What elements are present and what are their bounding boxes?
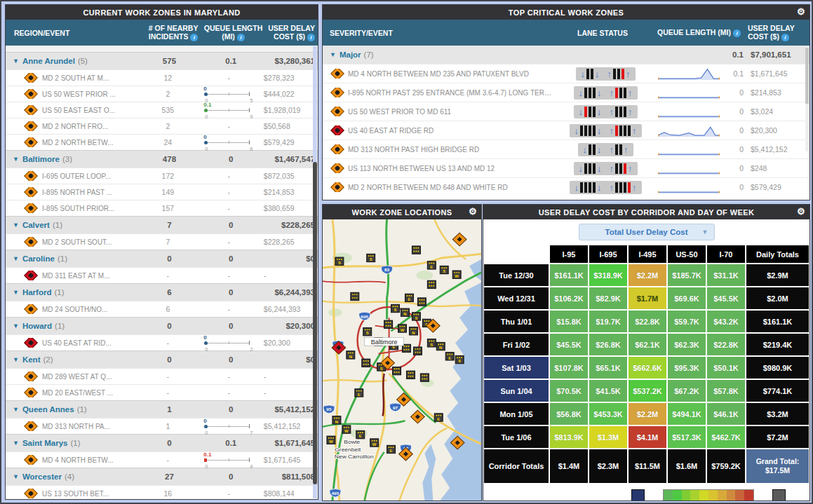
event-row[interactable]: US 40 EAST AT RID...-002$20,300 bbox=[6, 334, 318, 350]
severity-group-row[interactable]: ▼Major(7) 0.1 $7,901,651 bbox=[323, 46, 809, 64]
workzone-marker[interactable] bbox=[351, 292, 359, 300]
heatmap-cell[interactable]: $59.7K bbox=[668, 311, 706, 332]
workzone-marker[interactable] bbox=[393, 367, 401, 374]
gear-icon[interactable]: ⚙ bbox=[469, 207, 477, 216]
heatmap-cell[interactable]: $50.1K bbox=[707, 357, 745, 379]
heatmap-cell[interactable]: $62.3K bbox=[668, 334, 706, 355]
queue-slider[interactable]: 006 bbox=[202, 135, 255, 150]
heatmap-cell[interactable]: $161.1K bbox=[550, 264, 588, 286]
heatmap-cell[interactable]: $1.3M bbox=[589, 426, 627, 448]
heatmap-cell[interactable]: $82.9K bbox=[589, 287, 627, 309]
critical-zone-row[interactable]: MD 4 NORTH BETWEEN MD 235 AND PATUXENT B… bbox=[323, 64, 809, 83]
event-row[interactable]: MD 2 SOUTH AT M...12-$278,323 bbox=[6, 69, 318, 86]
slider-handle[interactable] bbox=[204, 141, 208, 144]
heatmap-cell[interactable]: $517.3K bbox=[668, 426, 706, 448]
event-row[interactable]: MD 289 WEST AT Q...--- bbox=[6, 368, 318, 384]
region-row[interactable]: ▼Caroline(1)00$0 bbox=[6, 250, 318, 267]
workzone-marker[interactable]: W bbox=[398, 325, 407, 332]
region-row[interactable]: ▼Baltimore(3)4780$1,467,547 bbox=[6, 150, 318, 168]
heatmap-cell[interactable]: $318.9K bbox=[589, 264, 627, 286]
heatmap-cell[interactable]: $2.2M bbox=[629, 403, 666, 425]
workzone-marker[interactable]: S bbox=[427, 339, 436, 347]
workzone-marker[interactable]: N bbox=[409, 327, 417, 335]
daily-total-cell[interactable]: $161.1K bbox=[746, 311, 809, 332]
workzone-marker[interactable]: E bbox=[427, 261, 436, 269]
workzone-marker[interactable]: N bbox=[436, 342, 445, 350]
workzone-marker[interactable]: S bbox=[335, 257, 344, 265]
slider-handle[interactable] bbox=[204, 458, 207, 462]
heatmap-cell[interactable]: $813.9K bbox=[550, 426, 588, 448]
info-icon[interactable]: i bbox=[781, 34, 789, 41]
region-row[interactable]: ▼Anne Arundel(5)5750.1$3,280,361 bbox=[6, 52, 318, 69]
region-row[interactable]: ▼Queen Annes(1)10$5,412,152 bbox=[6, 400, 318, 418]
day-label[interactable]: Thu 1/01 bbox=[484, 311, 549, 332]
critical-zone-row[interactable]: US 40 EAST AT RIDGE RD↓↓↑↑0$20,300 bbox=[323, 121, 809, 139]
heatmap-cell[interactable]: $43.2K bbox=[707, 311, 745, 332]
heatmap-cell[interactable]: $537.2K bbox=[629, 380, 666, 402]
workzone-marker[interactable]: W bbox=[342, 425, 351, 433]
region-row[interactable]: ▼Worcester(4)270$811,508 bbox=[6, 468, 318, 485]
corridor-total-cell[interactable]: $1.4M bbox=[550, 449, 588, 483]
heatmap-cell[interactable]: $107.8K bbox=[550, 357, 588, 379]
event-row[interactable]: MD 2 NORTH BETW...24006$579,429 bbox=[6, 134, 318, 150]
heatmap-cell[interactable]: $22.8K bbox=[707, 334, 745, 355]
corridor-total-cell[interactable]: $11.5M bbox=[629, 449, 666, 483]
heatmap-cell[interactable]: $453.3K bbox=[589, 403, 627, 425]
workzone-marker[interactable]: N bbox=[332, 416, 341, 424]
metric-dropdown[interactable]: Total User Delay Cost ▼ bbox=[579, 224, 715, 240]
region-row[interactable]: ▼Harford(1)60$6,244,393 bbox=[6, 283, 318, 301]
queue-slider[interactable]: 0.109 bbox=[202, 103, 255, 118]
workzone-marker[interactable]: E bbox=[387, 445, 396, 453]
workzone-marker[interactable] bbox=[384, 320, 393, 328]
info-icon[interactable]: i bbox=[307, 34, 315, 41]
heatmap-cell[interactable]: $56.8K bbox=[550, 403, 588, 425]
caret-down-icon[interactable]: ▼ bbox=[330, 51, 336, 58]
map-canvas[interactable]: 8369570979795495SSESWESNSEWNSNENSENWEWWE… bbox=[323, 219, 481, 500]
critical-zone-row[interactable]: I-895 NORTH PAST 295 ENTRANCE (MM 3.6-4.… bbox=[323, 83, 809, 102]
workzone-marker[interactable]: W bbox=[370, 439, 379, 447]
caret-down-icon[interactable]: ▼ bbox=[13, 156, 19, 163]
workzone-marker[interactable]: S bbox=[440, 266, 448, 273]
queue-slider[interactable]: 002 bbox=[202, 336, 255, 350]
info-icon[interactable]: i bbox=[733, 29, 741, 37]
workzone-marker[interactable]: N bbox=[401, 308, 410, 316]
heatmap-cell[interactable]: $69.6K bbox=[668, 287, 706, 309]
traffic-map[interactable]: 8369570979795495SSESWESNSEWNSNENSENWEWWE… bbox=[323, 219, 481, 500]
caret-down-icon[interactable]: ▼ bbox=[13, 255, 19, 262]
heatmap-cell[interactable]: $106.2K bbox=[550, 287, 588, 309]
day-label[interactable]: Tue 1/06 bbox=[484, 426, 549, 448]
day-label-weekend[interactable]: Sat 1/03 bbox=[484, 357, 549, 379]
workzone-marker[interactable]: E bbox=[445, 353, 454, 360]
daily-total-cell[interactable]: $980.9K bbox=[746, 357, 809, 379]
daily-total-cell[interactable]: $2.9M bbox=[746, 264, 809, 286]
critical-zone-row[interactable]: US 50 WEST PRIOR TO MD 611↓↓↑↑0$3,024 bbox=[323, 102, 809, 121]
queue-slider[interactable]: 0.104 bbox=[202, 453, 255, 468]
workzone-marker[interactable]: E bbox=[405, 294, 413, 301]
heatmap-cell[interactable]: $65.1K bbox=[589, 357, 627, 379]
event-row[interactable]: MD 2 SOUTH SOUT...7-$228,265 bbox=[6, 233, 318, 250]
workzone-marker[interactable]: E bbox=[355, 389, 363, 397]
workzone-marker[interactable]: S bbox=[367, 254, 375, 261]
day-label[interactable]: Fri 1/02 bbox=[484, 334, 549, 355]
event-row[interactable]: I-895 NORTH PAST ...149-$214,853 bbox=[6, 184, 318, 200]
workzone-marker[interactable]: S bbox=[391, 304, 400, 312]
daily-total-cell[interactable]: $219.4K bbox=[746, 334, 809, 355]
clipped-maryland-row[interactable]: Maryland (26) 1,094 0.2 $19,136,171 bbox=[6, 46, 318, 52]
right-scrollbar[interactable] bbox=[805, 46, 809, 151]
heatmap-cell[interactable]: $31.1K bbox=[707, 264, 745, 286]
day-label-weekend[interactable]: Sun 1/04 bbox=[484, 380, 549, 402]
caret-down-icon[interactable]: ▼ bbox=[13, 473, 19, 480]
caret-down-icon[interactable]: ▼ bbox=[13, 356, 19, 363]
heatmap-cell[interactable]: $662.6K bbox=[629, 357, 666, 379]
critical-zone-row[interactable]: MD 313 NORTH PAST HIGH BRIDGE RD↓↓↑↑0$5,… bbox=[323, 139, 809, 158]
workzone-marker[interactable]: N bbox=[347, 351, 355, 359]
workzone-marker[interactable] bbox=[413, 347, 422, 355]
grand-total-cell[interactable]: Grand Total:$17.5M bbox=[746, 449, 809, 483]
heatmap-cell[interactable]: $15.8K bbox=[550, 311, 588, 332]
info-icon[interactable]: i bbox=[190, 34, 198, 41]
heatmap-cell[interactable]: $494.1K bbox=[668, 403, 706, 425]
event-row[interactable]: US 50 EAST EAST O...5350.109$1,928,019 bbox=[6, 102, 318, 118]
workzone-marker[interactable] bbox=[420, 374, 429, 381]
heatmap-cell[interactable]: $185.7K bbox=[668, 264, 706, 286]
caret-down-icon[interactable]: ▼ bbox=[13, 289, 19, 296]
